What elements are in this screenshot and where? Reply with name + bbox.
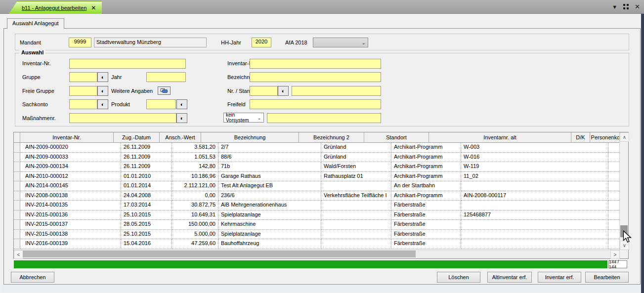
cell-zug_datum: 24.04.2008 bbox=[121, 191, 172, 201]
table-row-4[interactable]: AIN-2010-00001201.01.201010.186,96Garage… bbox=[14, 172, 620, 182]
cell-zug_datum: 26.11.2009 bbox=[121, 153, 172, 163]
column-header-selector[interactable] bbox=[14, 132, 20, 143]
close-icon[interactable]: ✕ bbox=[635, 3, 640, 10]
cell-zug_datum: 26.11.2009 bbox=[121, 162, 172, 172]
cell-inventarnr_alt: AIN-2008-000117 bbox=[461, 191, 608, 201]
cell-bezeichnung2: Wald/Forsten bbox=[321, 162, 391, 172]
produkt-input[interactable] bbox=[146, 99, 176, 109]
jahr-input[interactable] bbox=[146, 72, 186, 82]
column-header-standort[interactable]: Standort bbox=[364, 132, 429, 143]
gruppe-input[interactable] bbox=[69, 72, 97, 82]
lookup-icon: ◐ bbox=[180, 115, 184, 121]
cell-ansch_wert: 47.259,60 bbox=[172, 239, 218, 249]
form-window-icon bbox=[161, 88, 168, 93]
window-layout-icon[interactable] bbox=[623, 4, 629, 9]
column-header-inventarnr_alt[interactable]: Inventarnr. alt bbox=[429, 132, 571, 143]
cell-dk bbox=[608, 191, 620, 201]
cell-dk bbox=[608, 230, 620, 240]
vorsystem-input[interactable] bbox=[267, 113, 381, 123]
cell-selector bbox=[14, 143, 20, 153]
table-row-10[interactable]: INV-2015-00013825.10.20155.000,00Spielpl… bbox=[14, 230, 620, 240]
table-row-6[interactable]: INV-2008-00013824.04.20080,00236/6Verkeh… bbox=[14, 191, 620, 201]
document-tab[interactable]: b11 - Anlagegut bearbeiten ✕ bbox=[9, 1, 102, 14]
horizontal-scrollbar[interactable]: < > bbox=[14, 250, 620, 258]
altinventar-button[interactable]: Altinventar erf. bbox=[487, 272, 532, 283]
table-row-11[interactable]: INV-2016-00013915.04.201647.259,60Bauhof… bbox=[14, 239, 620, 249]
vorsystem-dropdown[interactable]: kein Vorsystem ⌄ bbox=[223, 113, 264, 123]
inventar-button[interactable]: Inventar erf. bbox=[538, 272, 581, 283]
cell-standort: Archikart-Programm bbox=[391, 162, 461, 172]
cell-inventarnr_alt: 125468877 bbox=[461, 210, 608, 220]
cell-bezeichnung: Bauhoffahrzeug bbox=[218, 239, 321, 249]
inventar-nr-alt-input[interactable] bbox=[250, 59, 381, 69]
column-header-dk[interactable]: D/K bbox=[571, 132, 590, 143]
bearbeiten-button[interactable]: Bearbeiten bbox=[585, 272, 629, 283]
column-header-ansch_wert[interactable]: Ansch.-Wert bbox=[160, 132, 201, 143]
table-row-2[interactable]: AIN-2009-00003326.11.20091.051,5388/6Grü… bbox=[14, 153, 620, 163]
column-header-bezeichnung2[interactable]: Bezeichnung 2 bbox=[299, 132, 364, 143]
massnahmenr-lookup-button[interactable]: ◐ bbox=[176, 113, 187, 123]
cell-selector bbox=[14, 153, 20, 163]
freie-gruppe-lookup-button[interactable]: ◐ bbox=[97, 86, 108, 96]
column-header-zug_datum[interactable]: Zug.-Datum bbox=[114, 132, 160, 143]
cell-inventar_nr: INV-2015-000138 bbox=[20, 230, 121, 240]
freie-gruppe-label: Freie Gruppe bbox=[22, 88, 54, 94]
auswahl-legend: Auswahl bbox=[19, 49, 45, 55]
sachkonto-input[interactable] bbox=[69, 99, 97, 109]
title-bar: b11 - Anlagegut bearbeiten ✕ ▼ ✕ bbox=[0, 0, 644, 14]
titlebar-controls: ▼ ✕ bbox=[612, 3, 640, 10]
table-row-5[interactable]: AIN-2014-00014501.01.20142.112.121,00Tes… bbox=[14, 181, 620, 191]
table-row-3[interactable]: AIN-2009-00013426.11.2009142,8071bWald/F… bbox=[14, 162, 620, 172]
column-header-inventar_nr[interactable]: Inventar-Nr. bbox=[20, 132, 114, 143]
standort-text-input[interactable] bbox=[292, 86, 381, 96]
tab-auswahl-anlagegut[interactable]: Auswahl Anlagegut bbox=[7, 18, 64, 29]
column-header-bezeichnung[interactable]: Bezeichnung bbox=[201, 132, 299, 143]
weitere-angaben-button[interactable] bbox=[158, 86, 171, 95]
gruppe-lookup-button[interactable]: ◐ bbox=[97, 72, 108, 82]
table-row-1[interactable]: AIN-2009-00002026.11.20093.581,202/7Grün… bbox=[14, 143, 620, 153]
cell-inventarnr_alt: 11_02 bbox=[461, 172, 608, 182]
cell-dk bbox=[608, 210, 620, 220]
cell-bezeichnung: 236/6 bbox=[218, 191, 321, 201]
produkt-lookup-button[interactable]: ◐ bbox=[176, 99, 187, 109]
cell-ansch_wert: 30.872,75 bbox=[172, 201, 218, 210]
mandant-code-input[interactable]: 9999 bbox=[69, 38, 91, 47]
inventar-nr-input[interactable] bbox=[69, 59, 186, 69]
nr-standort-input[interactable] bbox=[250, 86, 278, 96]
cell-dk bbox=[608, 201, 620, 210]
scroll-up-button[interactable]: ∧ bbox=[620, 132, 629, 142]
massnahmenr-input[interactable] bbox=[69, 113, 176, 123]
cell-ansch_wert: 10.186,96 bbox=[172, 172, 218, 182]
scroll-right-button[interactable]: > bbox=[610, 250, 620, 259]
lookup-icon: ◐ bbox=[101, 74, 105, 80]
chevron-down-icon[interactable]: ▼ bbox=[612, 4, 617, 10]
window-edge bbox=[641, 14, 644, 293]
cell-ansch_wert: 150.000,00 bbox=[172, 220, 218, 230]
freie-gruppe-input[interactable] bbox=[69, 86, 97, 96]
cell-inventar_nr: AIN-2009-000020 bbox=[20, 143, 121, 153]
abbrechen-button[interactable]: Abbrechen bbox=[11, 272, 54, 283]
cell-standort: Färberstraße bbox=[391, 230, 461, 240]
table-row-7[interactable]: INV-2014-00013517.03.201430.872,75AiB Me… bbox=[14, 201, 620, 210]
table-row-9[interactable]: INV-2015-00013728.05.2015150.000,00Kehrm… bbox=[14, 220, 620, 230]
table-row-8[interactable]: INV-2015-00013625.10.201510.649,31Spielp… bbox=[14, 210, 620, 220]
cell-zug_datum: 25.10.2015 bbox=[121, 230, 172, 240]
horizontal-scrollbar-thumb[interactable] bbox=[23, 251, 416, 257]
cell-standort: Archikart-Programm bbox=[391, 143, 461, 153]
scroll-left-button[interactable]: < bbox=[14, 250, 23, 259]
hh-jahr-input[interactable]: 2020 bbox=[252, 38, 271, 47]
afa-dropdown[interactable]: ⌄ bbox=[313, 38, 368, 47]
massnahmenr-label: Maßnahmenr. bbox=[22, 115, 56, 121]
cell-inventarnr_alt: W-003 bbox=[461, 143, 608, 153]
bezeichnung-input[interactable] bbox=[250, 72, 381, 82]
cell-inventar_nr: INV-2015-000137 bbox=[20, 220, 121, 230]
nr-standort-lookup-button[interactable]: ◐ bbox=[278, 86, 289, 96]
cell-zug_datum: 25.10.2015 bbox=[121, 210, 172, 220]
freifeld-input[interactable] bbox=[250, 99, 381, 109]
cell-standort: Archikart-Programm bbox=[391, 153, 461, 163]
column-header-personenkonto[interactable]: Personenkon bbox=[590, 132, 620, 143]
weitere-angaben-label: Weitere Angaben bbox=[111, 88, 153, 94]
tab-close-icon[interactable]: ✕ bbox=[91, 4, 96, 11]
loeschen-button[interactable]: Löschen bbox=[437, 272, 480, 283]
sachkonto-lookup-button[interactable]: ◐ bbox=[97, 99, 108, 109]
